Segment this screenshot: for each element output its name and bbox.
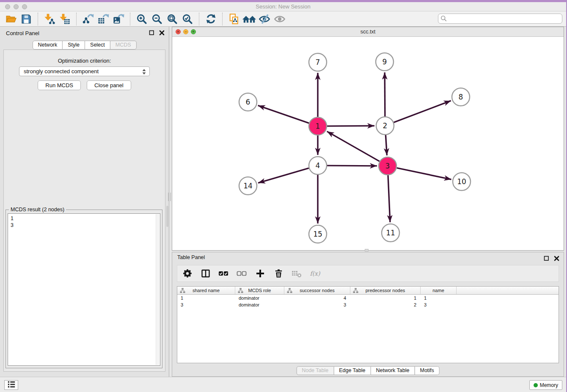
graph-edge-4-14[interactable] xyxy=(258,168,309,183)
mcds-panel: Optimization criterion: strongly connect… xyxy=(3,50,165,372)
float-panel-icon[interactable] xyxy=(149,30,154,36)
tab-motifs[interactable]: Motifs xyxy=(414,366,439,375)
hide-graphics-details-button[interactable] xyxy=(257,13,272,25)
table-cell[interactable]: dominator xyxy=(235,302,284,307)
table-cell[interactable]: 1 xyxy=(177,295,235,301)
table-cell[interactable]: 3 xyxy=(177,302,235,307)
float-table-panel-icon[interactable] xyxy=(544,256,549,261)
show-graphics-details-button xyxy=(272,13,287,25)
app-window: Session: New Session Control Panel Netwo… xyxy=(0,0,567,392)
toolbar-separator xyxy=(38,13,38,25)
tab-node-table[interactable]: Node Table xyxy=(296,366,334,375)
table-cell[interactable]: 2 xyxy=(350,302,421,307)
graph-node-8[interactable]: 8 xyxy=(452,88,470,106)
graph-node-9[interactable]: 9 xyxy=(376,53,394,71)
graph-node-10[interactable]: 10 xyxy=(453,173,471,190)
zoom-out-button[interactable] xyxy=(149,13,165,25)
table-settings-button[interactable] xyxy=(182,268,193,279)
column-layout-button[interactable] xyxy=(200,268,212,279)
tab-select[interactable]: Select xyxy=(85,41,110,50)
graph-node-1[interactable]: 1 xyxy=(309,117,327,135)
table-row[interactable]: 3dominator323 xyxy=(177,301,559,308)
memory-button[interactable]: Memory xyxy=(529,380,562,390)
graph-node-label: 9 xyxy=(383,58,387,66)
export-image-button[interactable] xyxy=(111,13,126,25)
table-cell[interactable]: 3 xyxy=(284,302,350,307)
session-title: Session: New Session xyxy=(0,3,566,10)
graph-edge-4-3[interactable] xyxy=(327,166,377,166)
import-network-button[interactable] xyxy=(42,13,57,25)
table-row[interactable]: 1dominator411 xyxy=(177,295,559,301)
control-panel-scrollbar[interactable] xyxy=(166,206,168,227)
graph-edge-1-6[interactable] xyxy=(258,105,309,123)
network-window-resize-handle[interactable] xyxy=(365,249,369,251)
open-session-button[interactable] xyxy=(3,13,19,25)
close-table-panel-icon[interactable] xyxy=(554,256,559,261)
graph-node-11[interactable]: 11 xyxy=(382,224,399,242)
task-history-button[interactable] xyxy=(4,380,18,390)
select-stepper-icon xyxy=(142,69,146,76)
run-mcds-button[interactable]: Run MCDS xyxy=(38,80,81,90)
network-canvas[interactable]: 7968124314101511 xyxy=(172,37,564,250)
table-cell[interactable]: 4 xyxy=(284,295,350,301)
table-cell[interactable]: 1 xyxy=(350,295,421,301)
panel-splitter-handle[interactable] xyxy=(168,193,171,201)
column-header-shared-name[interactable]: shared name xyxy=(177,287,235,294)
network-window-titlebar[interactable]: × − + scc.txt xyxy=(172,27,564,37)
graph-edge-2-3[interactable] xyxy=(385,135,387,155)
zoom-selected-button[interactable] xyxy=(180,13,195,25)
tab-style[interactable]: Style xyxy=(62,41,85,50)
graph-node-7[interactable]: 7 xyxy=(309,53,327,71)
column-label: predecessor nodes xyxy=(366,288,405,293)
graph-node-14[interactable]: 14 xyxy=(239,177,257,195)
table-panel: Table Panel f(x) shared nameMCDS rolesuc… xyxy=(172,252,564,377)
graph-edge-1-2[interactable] xyxy=(327,126,374,126)
column-label: successor nodes xyxy=(300,288,335,293)
graph-node-label: 1 xyxy=(316,122,320,130)
result-scrollbar[interactable] xyxy=(156,214,160,365)
graph-edge-3-10[interactable] xyxy=(397,168,451,179)
refresh-network-button[interactable] xyxy=(203,13,218,25)
graph-edge-3-11[interactable] xyxy=(388,175,390,222)
tab-network-table[interactable]: Network Table xyxy=(371,366,415,375)
graph-node-label: 2 xyxy=(383,121,388,130)
table-cell[interactable]: 3 xyxy=(421,302,457,307)
clone-network-button[interactable] xyxy=(226,13,242,25)
graph-node-3[interactable]: 3 xyxy=(379,157,396,175)
optimization-criterion-select[interactable]: strongly connected component xyxy=(19,66,150,76)
tab-network[interactable]: Network xyxy=(32,41,63,50)
graph-edge-3-1[interactable] xyxy=(327,131,380,161)
table-cell[interactable]: 1 xyxy=(421,295,457,301)
mcds-result-textarea[interactable]: 13 xyxy=(8,213,160,366)
unselect-all-columns-button[interactable] xyxy=(236,268,248,279)
graph-node-label: 14 xyxy=(243,182,253,190)
close-panel-button[interactable]: Close panel xyxy=(87,80,131,90)
delete-column-button[interactable] xyxy=(272,268,284,279)
select-all-columns-button[interactable] xyxy=(218,268,230,279)
add-column-button[interactable] xyxy=(254,268,266,279)
graph-node-2[interactable]: 2 xyxy=(376,117,394,135)
search-box xyxy=(438,14,562,24)
zoom-fit-button[interactable] xyxy=(165,13,180,25)
export-table-button[interactable] xyxy=(96,13,111,25)
graph-node-6[interactable]: 6 xyxy=(239,93,257,111)
close-panel-icon[interactable] xyxy=(159,30,165,36)
import-table-button[interactable] xyxy=(57,13,72,25)
column-header-successor-nodes[interactable]: successor nodes xyxy=(284,287,350,294)
tab-mcds[interactable]: MCDS xyxy=(110,41,137,50)
column-header-name[interactable]: name xyxy=(421,287,457,294)
export-network-button[interactable] xyxy=(80,13,96,25)
graph-edge-2-8[interactable] xyxy=(394,101,451,122)
tab-edge-table[interactable]: Edge Table xyxy=(333,366,371,375)
graph-node-4[interactable]: 4 xyxy=(309,157,327,174)
search-input[interactable] xyxy=(438,14,562,24)
graph-edge-2-9[interactable] xyxy=(385,72,385,116)
column-header-predecessor-nodes[interactable]: predecessor nodes xyxy=(350,287,421,294)
zoom-in-button[interactable] xyxy=(134,13,149,25)
memory-label: Memory xyxy=(540,382,558,388)
graph-node-15[interactable]: 15 xyxy=(309,225,327,243)
column-header-MCDS-role[interactable]: MCDS role xyxy=(235,287,284,294)
save-session-button[interactable] xyxy=(19,13,34,25)
table-cell[interactable]: dominator xyxy=(235,295,284,301)
home-layout-button[interactable] xyxy=(242,13,257,25)
